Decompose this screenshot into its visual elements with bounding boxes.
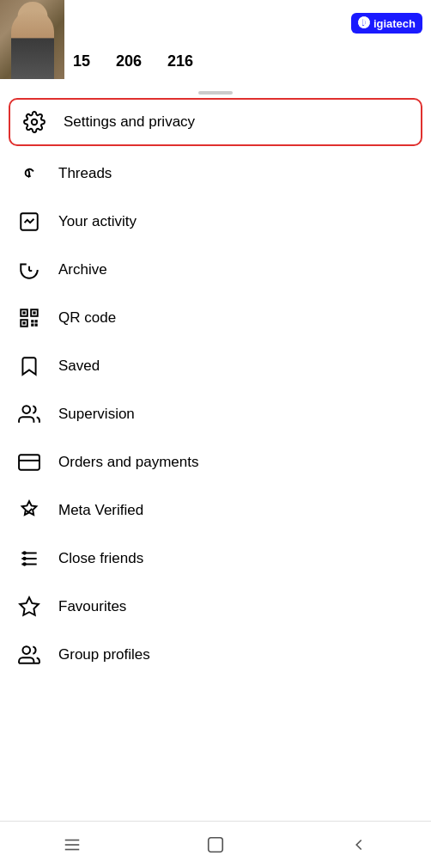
stat-following: 216 xyxy=(167,52,193,70)
svg-rect-12 xyxy=(31,320,33,322)
nav-back-button[interactable] xyxy=(333,828,385,862)
supervision-icon xyxy=(17,402,41,426)
avatar[interactable] xyxy=(0,0,64,79)
star-icon xyxy=(17,595,41,619)
bottom-nav xyxy=(0,821,431,868)
nav-hamburger-button[interactable] xyxy=(46,828,98,862)
svg-point-1 xyxy=(32,170,33,172)
menu-item-qr[interactable]: QR code xyxy=(0,294,431,342)
menu-item-settings[interactable]: Settings and privacy xyxy=(9,98,422,146)
qr-icon xyxy=(17,306,41,330)
svg-rect-15 xyxy=(35,324,38,327)
svg-point-20 xyxy=(22,551,26,554)
svg-point-22 xyxy=(22,557,26,560)
menu-item-orders[interactable]: Orders and payments xyxy=(0,438,431,486)
svg-rect-8 xyxy=(22,311,25,314)
stat-posts: 15 xyxy=(73,52,90,70)
saved-icon xyxy=(17,354,41,378)
svg-point-26 xyxy=(22,646,30,654)
menu-item-friends[interactable]: Close friends xyxy=(0,535,431,583)
digiatech-badge: 🅓 igiatech xyxy=(351,13,422,34)
close-friends-icon xyxy=(17,547,41,571)
menu-label-threads: Threads xyxy=(58,165,112,182)
menu-item-groups[interactable]: Group profiles xyxy=(0,631,431,679)
menu-label-orders: Orders and payments xyxy=(58,454,198,471)
menu-item-archive[interactable]: Archive xyxy=(0,246,431,294)
drag-handle xyxy=(198,91,233,95)
menu-label-supervision: Supervision xyxy=(58,406,135,423)
menu-label-activity: Your activity xyxy=(58,213,137,230)
menu-label-meta: Meta Verified xyxy=(58,502,143,519)
menu-label-favourites: Favourites xyxy=(58,598,126,615)
svg-point-24 xyxy=(22,562,26,565)
svg-rect-10 xyxy=(22,321,25,324)
svg-marker-25 xyxy=(20,597,39,615)
menu-item-saved[interactable]: Saved xyxy=(0,342,431,390)
menu-label-archive: Archive xyxy=(58,261,107,278)
svg-rect-9 xyxy=(33,311,35,314)
groups-icon xyxy=(17,643,41,667)
header-stats: 15 206 216 xyxy=(73,52,193,79)
svg-rect-13 xyxy=(35,320,38,322)
nav-square-button[interactable] xyxy=(190,828,241,862)
menu-item-supervision[interactable]: Supervision xyxy=(0,390,431,438)
svg-rect-14 xyxy=(31,324,33,327)
menu-label-settings: Settings and privacy xyxy=(64,113,195,131)
menu-label-friends: Close friends xyxy=(58,550,143,567)
menu-list: Settings and privacy Threads Your activi… xyxy=(0,98,431,679)
menu-label-saved: Saved xyxy=(58,358,100,375)
card-icon xyxy=(17,450,41,474)
svg-point-16 xyxy=(22,406,30,413)
archive-icon xyxy=(17,258,41,282)
svg-rect-17 xyxy=(19,455,39,469)
stat-followers: 206 xyxy=(116,52,142,70)
verified-icon xyxy=(17,498,41,523)
menu-item-favourites[interactable]: Favourites xyxy=(0,583,431,631)
threads-icon xyxy=(17,162,41,186)
gear-icon xyxy=(22,110,46,134)
menu-label-groups: Group profiles xyxy=(58,646,150,663)
activity-icon xyxy=(17,210,41,234)
menu-item-threads[interactable]: Threads xyxy=(0,150,431,198)
header: 15 206 216 🅓 igiatech xyxy=(0,0,431,86)
menu-item-meta[interactable]: Meta Verified xyxy=(0,486,431,535)
menu-item-activity[interactable]: Your activity xyxy=(0,198,431,246)
svg-point-0 xyxy=(32,119,38,125)
svg-rect-31 xyxy=(209,838,223,853)
menu-label-qr: QR code xyxy=(58,309,116,327)
